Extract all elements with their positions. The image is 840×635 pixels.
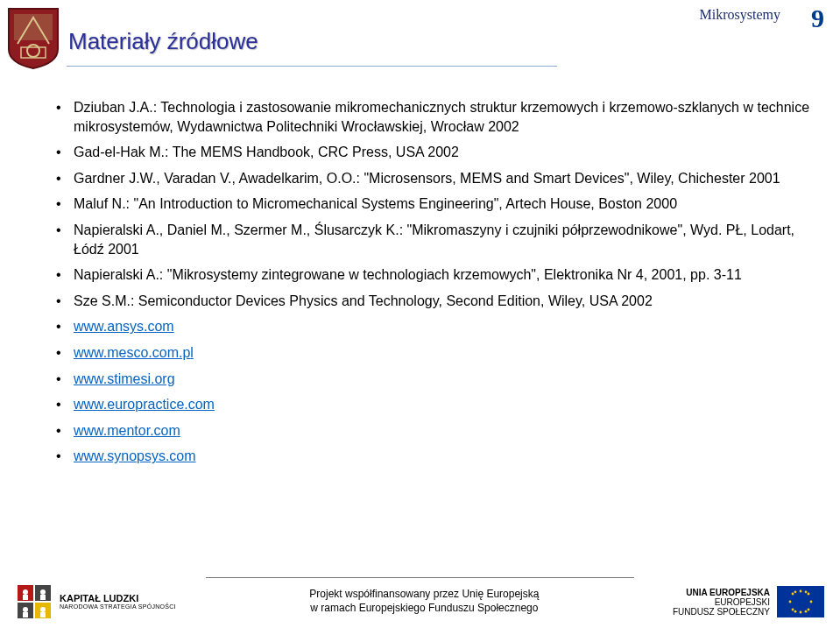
footer-divider (206, 577, 634, 578)
eu-title: UNIA EUROPEJSKA (673, 588, 770, 597)
kl-subtitle: NARODOWA STRATEGIA SPÓJNOŚCI (60, 603, 176, 610)
reference-text: Dziuban J.A.: Technologia i zastosowanie… (74, 100, 809, 134)
svg-point-14 (40, 607, 46, 612)
svg-point-20 (810, 601, 813, 603)
svg-point-12 (23, 607, 28, 612)
eu-flag-icon (777, 586, 824, 617)
list-item: Sze S.M.: Semiconductor Devices Physics … (53, 292, 812, 311)
list-item: Napieralski A., Daniel M., Szermer M., Ś… (53, 221, 812, 258)
list-item: Maluf N.: "An Introduction to Micromecha… (53, 194, 812, 214)
header: Mikrosystemy 9 Materiały źródłowe (0, 0, 840, 98)
svg-point-19 (789, 601, 792, 603)
reference-text: Gad-el-Hak M.: The MEMS Handbook, CRC Pr… (74, 145, 459, 159)
svg-point-26 (794, 590, 797, 593)
list-item: Gardner J.W., Varadan V., Awadelkarim, O… (53, 169, 812, 188)
kl-icon (16, 583, 53, 620)
svg-point-17 (800, 590, 802, 593)
svg-point-23 (792, 609, 794, 611)
reference-link[interactable]: www.ansys.com (74, 319, 174, 334)
svg-point-28 (794, 610, 797, 613)
reference-link[interactable]: www.mesco.com.pl (74, 345, 194, 360)
svg-point-10 (40, 589, 46, 595)
svg-rect-15 (40, 612, 46, 617)
list-item: www.stimesi.org (53, 370, 812, 389)
list-item: www.ansys.com (53, 317, 812, 336)
kl-text: KAPITAŁ LUDZKI NARODOWA STRATEGIA SPÓJNO… (60, 593, 176, 610)
slide-title: Materiały źródłowe (67, 28, 557, 55)
institution-logo (5, 5, 61, 70)
course-label: Mikrosystemy (700, 7, 780, 23)
svg-point-8 (23, 589, 28, 595)
reference-list: Dziuban J.A.: Technologia i zastosowanie… (53, 98, 812, 466)
reference-text: Napieralski A., Daniel M., Szermer M., Ś… (74, 222, 794, 257)
reference-link[interactable]: www.mentor.com (74, 423, 180, 438)
eu-text: UNIA EUROPEJSKA EUROPEJSKI FUNDUSZ SPOŁE… (673, 588, 770, 617)
footer-text: Projekt współfinansowany przez Unię Euro… (176, 588, 673, 615)
footer: KAPITAŁ LUDZKI NARODOWA STRATEGIA SPÓJNO… (0, 577, 840, 626)
list-item: Gad-el-Hak M.: The MEMS Handbook, CRC Pr… (53, 143, 812, 162)
eu-sub2: FUNDUSZ SPOŁECZNY (673, 607, 770, 617)
reference-text: Napieralski A.: "Mikrosystemy zintegrowa… (74, 267, 742, 282)
list-item: Napieralski A.: "Mikrosystemy zintegrowa… (53, 265, 812, 285)
page-number: 9 (811, 4, 824, 33)
eu-logo: UNIA EUROPEJSKA EUROPEJSKI FUNDUSZ SPOŁE… (673, 586, 824, 617)
footer-line2: w ramach Europejskiego Funduszu Społeczn… (176, 602, 673, 616)
svg-point-27 (805, 610, 808, 613)
eu-sub1: EUROPEJSKI (673, 597, 770, 607)
kapital-ludzki-logo: KAPITAŁ LUDZKI NARODOWA STRATEGIA SPÓJNO… (16, 583, 176, 620)
svg-point-22 (808, 593, 810, 596)
footer-line1: Projekt współfinansowany przez Unię Euro… (176, 588, 673, 602)
reference-text: Gardner J.W., Varadan V., Awadelkarim, O… (74, 171, 780, 186)
list-item: www.mentor.com (53, 421, 812, 441)
list-item: www.europractice.com (53, 395, 812, 414)
list-item: www.mesco.com.pl (53, 343, 812, 363)
svg-point-25 (805, 590, 808, 593)
slide: Mikrosystemy 9 Materiały źródłowe Dziuba… (0, 0, 840, 635)
reference-text: Sze S.M.: Semiconductor Devices Physics … (74, 293, 653, 308)
reference-link[interactable]: www.synopsys.com (74, 448, 196, 463)
shield-icon (5, 5, 61, 70)
reference-link[interactable]: www.europractice.com (74, 397, 215, 412)
reference-link[interactable]: www.stimesi.org (74, 371, 175, 386)
svg-point-18 (800, 611, 802, 614)
svg-rect-13 (23, 612, 28, 617)
list-item: www.synopsys.com (53, 447, 812, 466)
reference-text: Maluf N.: "An Introduction to Micromecha… (74, 196, 677, 211)
content-area: Dziuban J.A.: Technologia i zastosowanie… (0, 98, 840, 466)
kl-title: KAPITAŁ LUDZKI (60, 593, 176, 603)
svg-point-24 (808, 609, 810, 611)
list-item: Dziuban J.A.: Technologia i zastosowanie… (53, 98, 812, 136)
svg-rect-11 (40, 595, 46, 600)
title-bar: Materiały źródłowe (67, 28, 557, 67)
svg-point-21 (792, 593, 794, 596)
svg-rect-9 (23, 595, 28, 600)
